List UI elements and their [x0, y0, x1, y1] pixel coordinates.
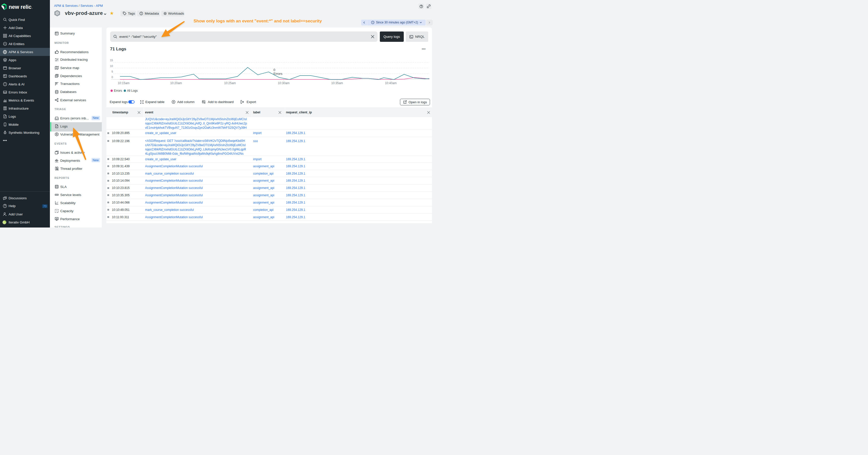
svg-text:10: 10 — [110, 65, 113, 67]
svg-text:10:40am: 10:40am — [385, 82, 397, 85]
svg-text:10:20am: 10:20am — [170, 82, 182, 85]
svg-text:0: 0 — [274, 68, 275, 72]
svg-text:Errors: Errors — [114, 89, 122, 93]
svg-text:0: 0 — [112, 75, 113, 78]
svg-text:All Logs: All Logs — [127, 89, 137, 93]
svg-text:15: 15 — [110, 59, 113, 62]
svg-text:10:35am: 10:35am — [331, 82, 343, 85]
svg-text:new relic: new relic — [8, 4, 31, 10]
svg-text:Errors: Errors — [274, 72, 282, 75]
svg-text:10:15am: 10:15am — [118, 82, 129, 85]
svg-text:10:25am: 10:25am — [224, 82, 236, 85]
svg-text:10:30am: 10:30am — [278, 82, 289, 85]
svg-text:5: 5 — [112, 70, 113, 73]
